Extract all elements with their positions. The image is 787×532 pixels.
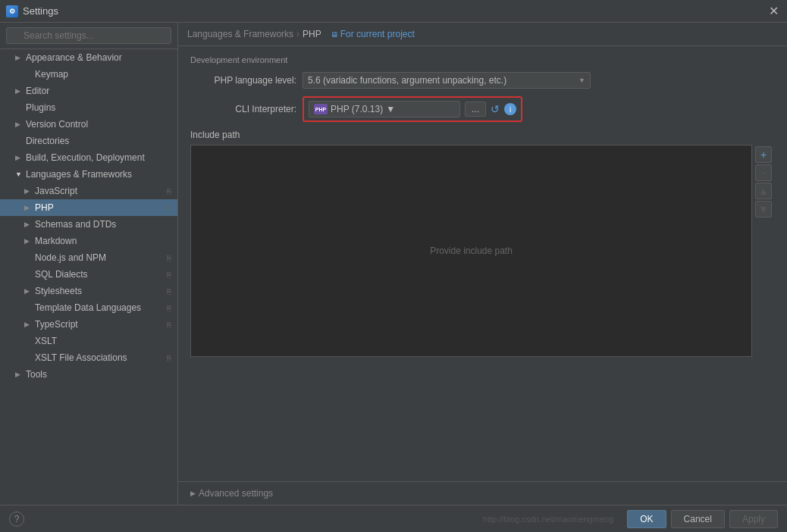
breadcrumb: Languages & Frameworks › PHP 🖥 For curre… [178,23,787,46]
sidebar-item-build[interactable]: ▶ Build, Execution, Deployment [0,149,177,166]
bottom-left: ? [9,512,24,527]
sidebar-item-javascript[interactable]: ▶ JavaScript ⎘ [0,183,177,199]
php-level-row: PHP language level: 5.6 (variadic functi… [190,72,775,89]
php-level-value: 5.6 (variadic functions, argument unpack… [308,75,506,86]
dropdown-arrow-icon: ▼ [578,77,585,84]
title-bar-left: ⚙ Settings [6,5,58,17]
sidebar-item-xslt-file-assoc[interactable]: ▶ XSLT File Associations ⎘ [0,349,177,366]
refresh-icon[interactable]: ↺ [491,103,500,115]
sidebar-item-xslt[interactable]: ▶ XSLT [0,333,177,349]
remove-path-button[interactable]: − [755,164,772,181]
sidebar-item-tools[interactable]: ▶ Tools [0,366,177,383]
project-icon: 🖥 [331,30,338,39]
sidebar-item-languages[interactable]: ▼ Languages & Frameworks [0,166,177,183]
move-down-button[interactable]: ▼ [755,201,772,217]
add-path-button[interactable]: + [755,146,772,163]
include-path-container: Provide include path + − ▲ ▼ [190,145,775,357]
move-up-button[interactable]: ▲ [755,183,772,199]
sidebar-item-directories[interactable]: ▶ Directories [0,133,177,149]
cancel-button[interactable]: Cancel [671,510,725,528]
content-area: Languages & Frameworks › PHP 🖥 For curre… [178,23,787,505]
arrow-icon: ▶ [24,321,32,328]
breadcrumb-current: PHP [303,29,321,39]
copy-icon: ⎘ [167,321,171,329]
arrow-icon: ▶ [15,87,23,95]
breadcrumb-separator: › [296,29,299,39]
copy-icon: ⎘ [167,254,171,262]
breadcrumb-parent: Languages & Frameworks [187,29,293,39]
sidebar-item-label: Languages & Frameworks [26,169,132,180]
sidebar-item-label: Template Data Languages [35,302,141,313]
sidebar-item-template-data[interactable]: ▶ Template Data Languages ⎘ [0,299,177,316]
php-icon: PHP [314,104,328,114]
apply-button[interactable]: Apply [729,510,778,528]
help-button[interactable]: ? [9,512,24,527]
php-level-control: 5.6 (variadic functions, argument unpack… [303,72,591,89]
for-project-label: 🖥 For current project [331,29,415,39]
search-wrapper: 🔍 [6,27,171,44]
copy-icon: ⎘ [167,304,171,312]
cli-interpreter-value: PHP (7.0.13) [331,104,383,114]
php-level-label: PHP language level: [190,75,296,86]
sidebar-item-nodejs[interactable]: ▶ Node.js and NPM ⎘ [0,249,177,266]
ok-button[interactable]: OK [627,510,666,528]
cli-interpreter-select[interactable]: PHP PHP (7.0.13) ▼ [309,101,460,117]
sidebar-item-editor[interactable]: ▶ Editor [0,83,177,99]
bottom-bar: ? http://blog.csdn.net/maomengmeng OK Ca… [0,505,787,532]
sidebar-item-label: Node.js and NPM [35,252,106,263]
sidebar-item-label: JavaScript [35,186,77,196]
sidebar-item-label: Plugins [26,102,55,113]
sidebar-item-label: TypeScript [35,319,78,330]
bottom-right: http://blog.csdn.net/maomengmeng OK Canc… [483,510,778,528]
info-icon[interactable]: i [504,103,516,115]
cli-interpreter-row: CLI Interpreter: PHP PHP (7.0.13) ▼ ... … [190,96,775,122]
search-input[interactable] [6,27,171,44]
copy-icon: ⎘ [167,287,171,296]
sidebar-item-keymap[interactable]: ▶ Keymap [0,66,177,83]
watermark-text: http://blog.csdn.net/maomengmeng [483,515,613,524]
copy-icon: ⎘ [167,204,171,212]
arrow-icon: ▶ [24,204,32,211]
arrow-icon: ▼ [15,171,23,178]
sidebar-item-label: XSLT [35,336,57,346]
arrow-icon: ▶ [15,54,23,61]
advanced-settings[interactable]: ▶ Advanced settings [178,481,787,505]
sidebar-item-sql[interactable]: ▶ SQL Dialects ⎘ [0,266,177,283]
arrow-icon: ▶ [24,287,32,295]
title-bar: ⚙ Settings ✕ [0,0,787,23]
sidebar-item-schemas-dtds[interactable]: ▶ Schemas and DTDs [0,216,177,233]
sidebar-item-version-control[interactable]: ▶ Version Control [0,116,177,133]
arrow-icon: ▶ [15,371,23,378]
dropdown-arrow-icon: ▼ [386,104,395,114]
close-button[interactable]: ✕ [766,4,781,19]
section-label: Development environment [190,55,775,64]
sidebar-item-label: Markdown [35,236,77,246]
arrow-icon: ▶ [15,120,23,128]
app-icon: ⚙ [6,5,18,17]
sidebar-item-label: XSLT File Associations [35,352,127,363]
sidebar-item-appearance[interactable]: ▶ Appearance & Behavior [0,49,177,66]
sidebar-item-label: Tools [26,369,47,380]
include-path-toolbar: + − ▲ ▼ [752,145,775,357]
sidebar: 🔍 ▶ Appearance & Behavior ▶ Keymap ▶ Edi… [0,23,178,505]
cli-browse-button[interactable]: ... [465,102,486,117]
sidebar-item-label: Editor [26,86,49,96]
arrow-icon: ▶ [24,187,32,195]
sidebar-item-label: Build, Execution, Deployment [26,152,145,163]
window-title: Settings [23,5,58,17]
php-level-select[interactable]: 5.6 (variadic functions, argument unpack… [303,72,591,89]
sidebar-item-plugins[interactable]: ▶ Plugins [0,99,177,116]
sidebar-item-stylesheets[interactable]: ▶ Stylesheets ⎘ [0,283,177,299]
sidebar-item-label: PHP [35,202,54,213]
sidebar-item-label: Schemas and DTDs [35,219,116,230]
sidebar-item-php[interactable]: ▶ PHP ⎘ [0,199,177,216]
cli-interpreter-control: PHP PHP (7.0.13) ▼ ... ↺ i [303,96,522,122]
include-path-label: Include path [190,130,775,140]
copy-icon: ⎘ [167,354,171,362]
sidebar-item-markdown[interactable]: ▶ Markdown [0,233,177,249]
sidebar-item-typescript[interactable]: ▶ TypeScript ⎘ [0,316,177,333]
arrow-icon: ▶ [24,237,32,245]
include-path-section: Include path Provide include path + − ▲ … [190,130,775,357]
cli-interpreter-label: CLI Interpreter: [190,104,296,114]
copy-icon: ⎘ [167,271,171,279]
